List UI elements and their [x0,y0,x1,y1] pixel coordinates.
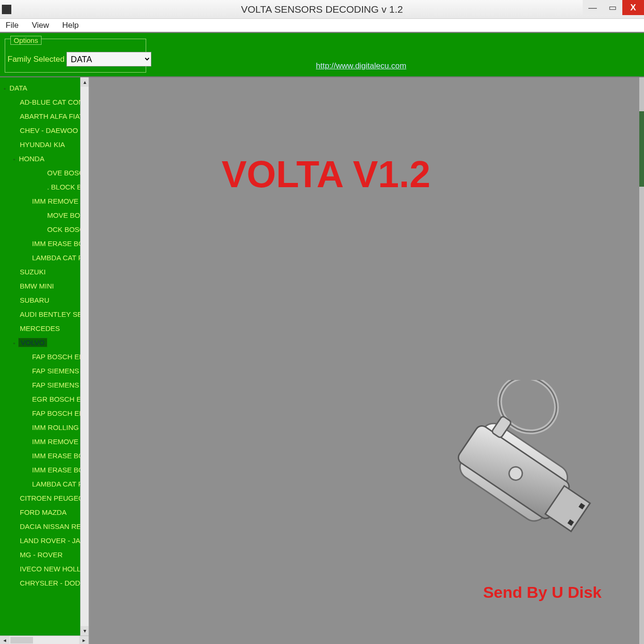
usb-drive-image [413,380,611,578]
content-vscrollbar[interactable] [639,77,644,644]
tree-item[interactable]: SUZUKI [3,265,89,279]
tree-hscrollbar[interactable]: ◂ ▸ [0,636,89,644]
tree-item[interactable]: LAND ROVER - JAGUAR [3,534,89,548]
tree-item[interactable]: DACIA NISSAN RENAULT [3,520,89,534]
tree-item[interactable]: IVECO NEW HOLLAND [3,562,89,576]
family-selected-label: Family Selected [8,55,65,64]
minimize-button[interactable]: — [583,0,603,15]
tree-item[interactable]: FAP SIEMENS SID 206 [3,364,89,378]
content-area: VOLTA V1.2 Send By [90,77,644,644]
tree-item[interactable]: IMM ERASE BOSCH ED [3,463,89,477]
hscroll-thumb[interactable] [10,637,33,644]
tree-item[interactable]: FAP BOSCH EDC 17CP [3,406,89,421]
send-by-udisk-label: Send By U Disk [483,583,602,602]
tree-item[interactable]: CHEV - DAEWOO - HOLDEN [3,124,89,138]
menubar: File View Help [0,19,644,32]
maximize-button[interactable]: ▭ [603,0,622,15]
family-row: Family Selected DATA [8,52,151,66]
tree-item[interactable]: OCK BOSCH ED [3,223,89,237]
menu-view[interactable]: View [29,20,52,31]
tree-item[interactable]: . BLOCK BOSCH ED [3,180,89,194]
tree-item[interactable]: FAP BOSCH EDC 16C3 [3,350,89,364]
tree-item[interactable]: ◦VOLVO [3,336,89,350]
tree-item[interactable]: ◦HONDA [3,152,89,166]
tree-panel: ◦DATAAD-BLUE CAT CONFIG DPFABARTH ALFA F… [0,77,90,644]
tree-item[interactable]: LAMBDA CAT REMOVE [3,477,89,491]
tree-item[interactable]: HYUNDAI KIA [3,138,89,152]
tree-item[interactable]: IMM ERASE BOSCH ED [3,237,89,251]
scroll-up-icon[interactable]: ▴ [81,77,89,87]
tree-vscrollbar[interactable]: ▴ ▾ [80,77,89,636]
scroll-down-icon[interactable]: ▾ [81,626,89,636]
toolbar: Options Family Selected DATA http://www.… [0,32,644,77]
tree-item[interactable]: FAP SIEMENS 803 - 80 [3,378,89,392]
window-title: VOLTA SENSORS DECODING v 1.2 [241,4,403,15]
tree-item[interactable]: IMM ROLLING CODE & [3,421,89,435]
tree-item[interactable]: AD-BLUE CAT CONFIG DPF [3,95,89,109]
tree-item[interactable]: CITROEN PEUGEOT [3,491,89,505]
tree-item[interactable]: FORD MAZDA [3,505,89,520]
close-button[interactable]: X [622,0,644,15]
menu-help[interactable]: Help [59,20,82,31]
tree-item[interactable]: IMM REMOVE & CONFI [3,435,89,449]
tree-item[interactable]: IMM REMOVE BOSCH M [3,194,89,208]
tree-item[interactable]: ABARTH ALFA FIAT FERRA [3,109,89,124]
tree-item[interactable]: LAMBDA CAT REMOVE [3,251,89,265]
tree-item[interactable]: OVE BOSCH E [3,166,89,180]
tree-item[interactable]: MG - ROVER [3,548,89,562]
tree-item[interactable]: MOVE BOSCH E [3,208,89,223]
app-icon [2,5,11,14]
tree-item[interactable]: BMW MINI [3,279,89,293]
titlebar: VOLTA SENSORS DECODING v 1.2 — ▭ X [0,0,644,19]
family-select[interactable]: DATA [66,52,151,66]
content-heading: VOLTA V1.2 [222,153,430,196]
scroll-left-icon[interactable]: ◂ [0,636,9,644]
tree-item[interactable]: EGR BOSCH EDC 16C3 [3,392,89,406]
tree-item[interactable]: AUDI BENTLEY SEAT SKOD [3,307,89,322]
main-area: ◦DATAAD-BLUE CAT CONFIG DPFABARTH ALFA F… [0,77,644,644]
options-legend: Options [10,36,41,45]
tree-root[interactable]: ◦DATA [3,81,89,95]
tree-item[interactable]: IMM ERASE BOSCH ED [3,449,89,463]
window-controls: — ▭ X [583,0,644,15]
tree-item[interactable]: SUBARU [3,293,89,307]
tree-item[interactable]: CHRYSLER - DODGE - JEEP [3,576,89,590]
website-link[interactable]: http://www.digitalecu.com [316,61,406,71]
content-vscroll-thumb[interactable] [639,111,644,187]
tree[interactable]: ◦DATAAD-BLUE CAT CONFIG DPFABARTH ALFA F… [0,77,89,590]
menu-file[interactable]: File [3,20,21,31]
tree-item[interactable]: MERCEDES [3,322,89,336]
scroll-right-icon[interactable]: ▸ [79,636,89,644]
